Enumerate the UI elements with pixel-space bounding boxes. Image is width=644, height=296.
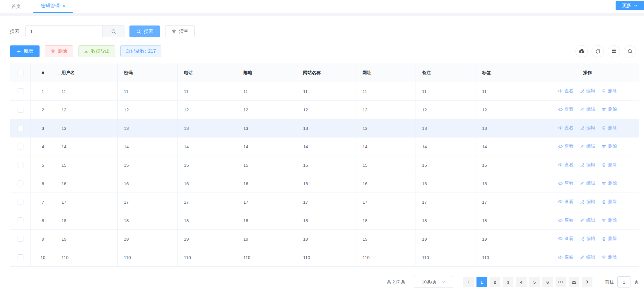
view-link[interactable]: 查看 bbox=[558, 181, 573, 186]
column-search-button[interactable] bbox=[624, 45, 636, 57]
cell-username: 15 bbox=[55, 156, 118, 174]
row-checkbox[interactable] bbox=[18, 217, 23, 223]
cell-password: 13 bbox=[118, 119, 178, 137]
next-page-button[interactable] bbox=[582, 277, 592, 287]
edit-link-label: 编辑 bbox=[586, 107, 595, 112]
clear-button[interactable]: 清空 bbox=[165, 25, 195, 37]
edit-link[interactable]: 编辑 bbox=[580, 181, 595, 186]
row-checkbox[interactable] bbox=[18, 88, 23, 94]
table-tool-buttons bbox=[575, 45, 636, 57]
search-button[interactable]: 搜索 bbox=[129, 25, 160, 37]
trash-icon bbox=[602, 163, 606, 167]
add-button[interactable]: 新增 bbox=[10, 45, 40, 57]
cell-password: 12 bbox=[118, 101, 178, 119]
input-search-icon-button[interactable] bbox=[103, 26, 125, 37]
edit-link-label: 编辑 bbox=[586, 144, 595, 149]
edit-link[interactable]: 编辑 bbox=[580, 88, 595, 94]
row-checkbox[interactable] bbox=[18, 254, 23, 260]
delete-link[interactable]: 删除 bbox=[602, 125, 617, 131]
cell-url: 19 bbox=[356, 230, 416, 248]
edit-link[interactable]: 编辑 bbox=[580, 236, 595, 241]
view-link[interactable]: 查看 bbox=[558, 107, 573, 112]
cell-url: 11 bbox=[356, 82, 416, 101]
view-link[interactable]: 查看 bbox=[558, 217, 573, 223]
delete-link[interactable]: 删除 bbox=[602, 199, 617, 205]
page-button-6[interactable]: 6 bbox=[542, 277, 553, 287]
row-checkbox[interactable] bbox=[18, 162, 23, 168]
cell-phone: 14 bbox=[178, 137, 237, 156]
page-button-1[interactable]: 1 bbox=[476, 277, 487, 287]
cloud-upload-button[interactable] bbox=[575, 45, 588, 57]
edit-link[interactable]: 编辑 bbox=[580, 254, 595, 260]
delete-link-label: 删除 bbox=[608, 88, 617, 94]
row-checkbox[interactable] bbox=[18, 125, 23, 131]
page-ellipsis-button[interactable]: ••• bbox=[556, 277, 566, 287]
page-button-22[interactable]: 22 bbox=[569, 277, 579, 287]
delete-link[interactable]: 删除 bbox=[602, 254, 617, 260]
delete-link[interactable]: 删除 bbox=[602, 217, 617, 223]
page-button-4[interactable]: 4 bbox=[516, 277, 527, 287]
delete-link[interactable]: 删除 bbox=[602, 236, 617, 241]
prev-page-button[interactable] bbox=[463, 277, 474, 287]
view-link[interactable]: 查看 bbox=[558, 144, 573, 149]
tab-home[interactable]: 首页 bbox=[11, 0, 21, 13]
row-index: 10 bbox=[31, 248, 55, 267]
delete-button[interactable]: 删除 bbox=[45, 45, 73, 57]
refresh-icon bbox=[595, 49, 601, 54]
page-button-5[interactable]: 5 bbox=[529, 277, 540, 287]
delete-link[interactable]: 删除 bbox=[602, 144, 617, 149]
cell-email: 13 bbox=[237, 119, 297, 137]
view-link[interactable]: 查看 bbox=[558, 162, 573, 168]
delete-link[interactable]: 删除 bbox=[602, 107, 617, 112]
row-checkbox[interactable] bbox=[18, 236, 23, 242]
edit-link[interactable]: 编辑 bbox=[580, 217, 595, 223]
delete-link[interactable]: 删除 bbox=[602, 88, 617, 94]
page-button-2[interactable]: 2 bbox=[490, 277, 500, 287]
edit-link[interactable]: 编辑 bbox=[580, 162, 595, 168]
close-icon[interactable]: × bbox=[62, 4, 65, 8]
delete-link-label: 删除 bbox=[608, 162, 617, 168]
trash-icon bbox=[602, 237, 606, 241]
select-all-checkbox[interactable] bbox=[18, 70, 23, 76]
search-button-label: 搜索 bbox=[144, 28, 153, 35]
refresh-button[interactable] bbox=[592, 45, 604, 57]
edit-link[interactable]: 编辑 bbox=[580, 125, 595, 131]
goto-page-input[interactable] bbox=[617, 276, 631, 288]
trash-icon bbox=[602, 126, 606, 130]
search-input[interactable] bbox=[26, 26, 103, 37]
delete-link-label: 删除 bbox=[608, 199, 617, 205]
row-checkbox[interactable] bbox=[18, 181, 23, 186]
edit-link[interactable]: 编辑 bbox=[580, 199, 595, 205]
tab-bar: 首页 密码管理 × 更多 bbox=[0, 0, 644, 13]
tab-password-management[interactable]: 密码管理 × bbox=[33, 0, 73, 13]
column-header-username: 用户名 bbox=[55, 64, 118, 82]
edit-link[interactable]: 编辑 bbox=[580, 144, 595, 149]
row-checkbox[interactable] bbox=[18, 107, 23, 113]
export-button[interactable]: 数据导出 bbox=[78, 45, 115, 57]
row-index: 4 bbox=[31, 137, 55, 156]
delete-link-label: 删除 bbox=[608, 236, 617, 241]
edit-link[interactable]: 编辑 bbox=[580, 107, 595, 112]
delete-link[interactable]: 删除 bbox=[602, 162, 617, 168]
page-size-select[interactable]: 10条/页 bbox=[414, 276, 453, 288]
row-index: 3 bbox=[31, 119, 55, 137]
row-checkbox[interactable] bbox=[18, 199, 23, 205]
row-index: 8 bbox=[31, 211, 55, 230]
view-link[interactable]: 查看 bbox=[558, 125, 573, 131]
row-checkbox[interactable] bbox=[18, 144, 23, 149]
grid-button[interactable] bbox=[608, 45, 620, 57]
page-button-3[interactable]: 3 bbox=[503, 277, 513, 287]
delete-link[interactable]: 删除 bbox=[602, 181, 617, 186]
view-link[interactable]: 查看 bbox=[558, 254, 573, 260]
clear-button-label: 清空 bbox=[179, 28, 188, 35]
view-link[interactable]: 查看 bbox=[558, 88, 573, 94]
table-row: 10 110 110 110 110 110 110 110 110 查看 编辑 bbox=[10, 248, 639, 267]
trash-icon bbox=[602, 218, 606, 223]
view-link[interactable]: 查看 bbox=[558, 236, 573, 241]
cell-email: 110 bbox=[237, 248, 297, 267]
view-link-label: 查看 bbox=[565, 162, 573, 168]
view-link[interactable]: 查看 bbox=[558, 199, 573, 205]
cell-phone: 12 bbox=[178, 101, 237, 119]
more-button[interactable]: 更多 bbox=[616, 1, 644, 10]
table-row: 3 13 13 13 13 13 13 13 13 查看 编辑 bbox=[10, 119, 639, 137]
